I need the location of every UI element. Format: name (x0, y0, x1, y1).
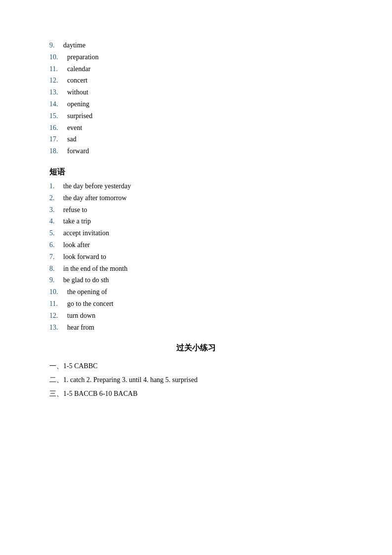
vocab-word: concert (67, 75, 87, 86)
phrase-item: 8.in the end of the month (49, 263, 343, 275)
vocab-word: preparation (67, 51, 99, 63)
phrase-text: go to the concert (67, 298, 114, 310)
vocab-item: 16.event (49, 122, 343, 134)
vocab-item: 9.daytime (49, 40, 343, 51)
phrase-num: 2. (49, 192, 63, 204)
phrase-num: 10. (49, 286, 67, 298)
phrase-item: 7.look forward to (49, 251, 343, 263)
phrase-text: take a trip (63, 215, 91, 227)
exercise-content: 1-5 CABBC (63, 362, 98, 370)
phrase-num: 1. (49, 180, 63, 192)
vocab-num: 16. (49, 122, 67, 134)
phrase-item: 10.the opening of (49, 286, 343, 298)
vocab-num: 12. (49, 75, 67, 86)
vocab-word: daytime (63, 40, 85, 51)
exercise-line: 二、1. catch 2. Preparing 3. until 4. hang… (49, 373, 343, 387)
vocab-item: 17.sad (49, 133, 343, 145)
vocab-word: without (67, 86, 88, 98)
phrase-item: 11.go to the concert (49, 298, 343, 310)
phrase-text: the day before yesterday (63, 180, 131, 192)
phrase-num: 12. (49, 310, 67, 322)
phrase-item: 5.accept invitation (49, 227, 343, 239)
exercise-label: 一、 (49, 362, 63, 370)
phrase-text: turn down (67, 310, 95, 322)
phrase-item: 4.take a trip (49, 215, 343, 227)
phrase-text: in the end of the month (63, 263, 127, 275)
phrase-num: 8. (49, 263, 63, 275)
phrase-text: look after (63, 239, 90, 251)
exercise-title: 过关小练习 (49, 343, 343, 353)
phrases-list: 1.the day before yesterday2.the day afte… (49, 180, 343, 333)
phrase-num: 13. (49, 322, 67, 334)
vocab-num: 15. (49, 110, 67, 122)
vocab-num: 17. (49, 133, 67, 145)
phrase-num: 4. (49, 215, 63, 227)
vocab-word: calendar (67, 63, 90, 75)
phrase-item: 1.the day before yesterday (49, 180, 343, 192)
phrase-num: 9. (49, 274, 63, 286)
phrase-text: accept invitation (63, 227, 109, 239)
vocab-num: 14. (49, 98, 67, 110)
exercise-lines: 一、1-5 CABBC二、1. catch 2. Preparing 3. un… (49, 359, 343, 401)
vocab-item: 10.preparation (49, 51, 343, 63)
phrase-item: 12.turn down (49, 310, 343, 322)
phrase-num: 7. (49, 251, 63, 263)
phrases-section-title: 短语 (49, 167, 343, 177)
vocab-num: 9. (49, 40, 63, 51)
phrase-item: 6.look after (49, 239, 343, 251)
vocab-num: 13. (49, 86, 67, 98)
phrase-text: the opening of (67, 286, 107, 298)
exercise-content: 1-5 BACCB 6-10 BACAB (63, 390, 138, 397)
phrase-num: 3. (49, 204, 63, 216)
exercise-section: 过关小练习 一、1-5 CABBC二、1. catch 2. Preparing… (49, 343, 343, 401)
vocab-item: 15.surprised (49, 110, 343, 122)
phrase-item: 13.hear from (49, 322, 343, 334)
phrase-num: 11. (49, 298, 67, 310)
phrase-text: be glad to do sth (63, 274, 109, 286)
vocab-item: 13.without (49, 86, 343, 98)
exercise-label: 三、 (49, 390, 63, 397)
phrase-item: 2.the day after tomorrow (49, 192, 343, 204)
vocab-word: event (67, 122, 82, 134)
vocab-word: opening (67, 98, 89, 110)
exercise-line: 三、1-5 BACCB 6-10 BACAB (49, 387, 343, 401)
phrase-item: 9.be glad to do sth (49, 274, 343, 286)
phrase-text: hear from (67, 322, 94, 334)
vocab-num: 18. (49, 145, 67, 157)
phrase-text: the day after tomorrow (63, 192, 127, 204)
vocab-item: 14.opening (49, 98, 343, 110)
phrase-item: 3.refuse to (49, 204, 343, 216)
vocab-num: 11. (49, 63, 67, 75)
phrase-text: refuse to (63, 204, 87, 216)
phrase-text: look forward to (63, 251, 106, 263)
exercise-line: 一、1-5 CABBC (49, 359, 343, 373)
vocab-list: 9.daytime10.preparation11.calendar12.con… (49, 40, 343, 157)
exercise-label: 二、 (49, 376, 63, 384)
vocab-word: surprised (67, 110, 92, 122)
vocab-item: 11.calendar (49, 63, 343, 75)
exercise-content: 1. catch 2. Preparing 3. until 4. hang 5… (63, 376, 197, 384)
vocab-item: 18.forward (49, 145, 343, 157)
vocab-num: 10. (49, 51, 67, 63)
vocab-word: forward (67, 145, 89, 157)
phrase-num: 5. (49, 227, 63, 239)
vocab-item: 12.concert (49, 75, 343, 86)
vocab-word: sad (67, 133, 77, 145)
phrase-num: 6. (49, 239, 63, 251)
